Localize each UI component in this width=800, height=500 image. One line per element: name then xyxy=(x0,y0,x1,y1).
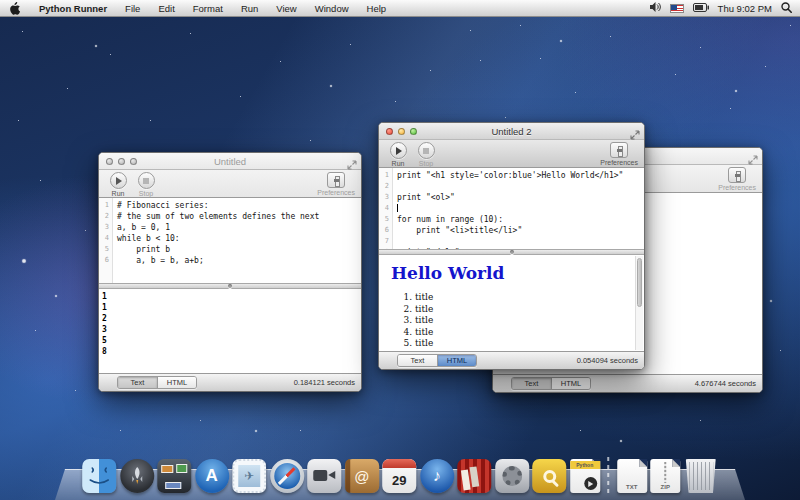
zoom-icon[interactable] xyxy=(410,128,417,135)
preferences-icon xyxy=(327,172,345,188)
resize-arrows-icon[interactable] xyxy=(347,156,357,166)
text-tab[interactable]: Text xyxy=(118,377,157,388)
menu-view[interactable]: View xyxy=(267,0,305,16)
code-editor[interactable]: 1print "<h1 style='color:blue'>Hello Wor… xyxy=(379,168,644,249)
preferences-icon xyxy=(728,167,746,183)
dock-finder-icon[interactable] xyxy=(82,459,116,493)
html-tab[interactable]: HTML xyxy=(437,355,476,366)
output-line: 8 xyxy=(102,346,361,357)
menu-help[interactable]: Help xyxy=(358,0,396,16)
app-store-glyph: A xyxy=(195,459,229,493)
music-note-glyph: ♪ xyxy=(420,459,454,493)
calendar-day: 29 xyxy=(382,468,416,493)
code-line xyxy=(392,236,397,247)
resize-arrows-icon[interactable] xyxy=(748,151,758,161)
line-number: 3 xyxy=(379,192,392,203)
minimize-icon[interactable] xyxy=(118,158,125,165)
list-item: title xyxy=(415,338,632,350)
dock-itunes-icon[interactable]: ♪ xyxy=(420,459,454,493)
preferences-button[interactable]: Preferences xyxy=(600,142,638,166)
dock-ical-icon[interactable]: 29 xyxy=(382,459,416,493)
list-item: title xyxy=(415,350,632,351)
dock-launchpad-icon[interactable] xyxy=(120,459,154,493)
list-item: title xyxy=(415,315,632,327)
stop-icon xyxy=(418,142,435,159)
text-tab[interactable]: Text xyxy=(512,378,551,389)
minimize-icon[interactable] xyxy=(398,128,405,135)
stop-button[interactable]: Stop xyxy=(133,172,159,197)
dock-mission-control-icon[interactable] xyxy=(157,459,191,493)
menu-window[interactable]: Window xyxy=(306,0,358,16)
line-number: 4 xyxy=(379,203,392,214)
preferences-icon xyxy=(610,142,628,158)
window-untitled: Untitled Run Stop Preferences 1# Fibonac… xyxy=(98,152,362,392)
list-item: title xyxy=(415,292,632,304)
html-tab[interactable]: HTML xyxy=(157,377,196,388)
dock-photo-booth-icon[interactable] xyxy=(457,459,491,493)
dock-mail-icon[interactable]: ✈ xyxy=(232,459,266,493)
line-number: 5 xyxy=(99,244,112,255)
line-number: 5 xyxy=(379,214,392,225)
dock-address-book-icon[interactable]: @ xyxy=(345,459,379,493)
html-tab[interactable]: HTML xyxy=(551,378,590,389)
spotlight-icon[interactable] xyxy=(781,2,792,15)
traffic-lights xyxy=(386,128,417,135)
code-line xyxy=(392,181,397,192)
output-mode-segmented-control: Text HTML xyxy=(511,377,591,390)
code-line: for num in range (10): xyxy=(392,214,503,225)
run-button[interactable]: Run xyxy=(385,142,411,167)
left-window-title-bar[interactable]: Untitled xyxy=(99,153,361,170)
menu-run[interactable]: Run xyxy=(232,0,267,16)
preferences-label: Preferences xyxy=(317,189,355,196)
dock-search-utility-icon[interactable] xyxy=(532,459,566,493)
run-button[interactable]: Run xyxy=(105,172,131,197)
list-item: title xyxy=(415,327,632,339)
execution-time: 0.184121 seconds xyxy=(294,378,355,387)
input-language-flag-icon[interactable] xyxy=(670,4,684,13)
code-editor[interactable]: 1# Fibonacci series: 2# the sum of two e… xyxy=(99,198,361,283)
battery-icon[interactable] xyxy=(693,3,709,14)
menu-format[interactable]: Format xyxy=(184,0,232,16)
dock-app-store-icon[interactable]: A xyxy=(195,459,229,493)
preferences-button[interactable]: Preferences xyxy=(317,172,355,196)
dock-txt-file-icon[interactable]: TXT xyxy=(617,459,647,493)
volume-icon[interactable] xyxy=(650,2,661,14)
menu-file[interactable]: File xyxy=(116,0,149,16)
dock-zip-file-icon[interactable]: ZIP xyxy=(650,459,680,493)
line-number: 3 xyxy=(99,222,112,233)
run-label: Run xyxy=(112,190,125,197)
stop-button[interactable]: Stop xyxy=(413,142,439,167)
close-icon[interactable] xyxy=(106,158,113,165)
code-line: # Fibonacci series: xyxy=(112,200,209,211)
pane-splitter[interactable] xyxy=(99,283,361,289)
line-number: 2 xyxy=(379,181,392,192)
output-line: 5 xyxy=(102,335,361,346)
dock-python-runner-icon[interactable]: Python xyxy=(570,459,600,493)
line-number: 1 xyxy=(99,200,112,211)
apple-menu-icon[interactable] xyxy=(9,2,20,15)
scrollbar-thumb[interactable] xyxy=(637,258,642,307)
scrollbar-track[interactable] xyxy=(635,256,643,350)
code-line: a, b = b, a+b; xyxy=(112,255,204,266)
front-window-title-bar[interactable]: Untitled 2 xyxy=(379,123,644,140)
text-tab[interactable]: Text xyxy=(398,355,437,366)
stop-label: Stop xyxy=(419,160,433,167)
code-line: print "<ol>" xyxy=(392,192,455,203)
menu-clock[interactable]: Thu 9:02 PM xyxy=(718,3,772,14)
dock-trash-icon[interactable] xyxy=(684,459,718,493)
dock-system-preferences-icon[interactable] xyxy=(495,459,529,493)
play-icon xyxy=(110,172,127,189)
window-title: Untitled 2 xyxy=(379,126,644,137)
dock-facetime-icon[interactable] xyxy=(307,459,341,493)
dock-safari-icon[interactable] xyxy=(270,459,304,493)
stop-label: Stop xyxy=(139,190,153,197)
stop-icon xyxy=(138,172,155,189)
preferences-button[interactable]: Preferences xyxy=(718,167,756,191)
menu-app-name[interactable]: Python Runner xyxy=(30,0,116,16)
resize-arrows-icon[interactable] xyxy=(630,126,640,136)
close-icon[interactable] xyxy=(386,128,393,135)
text-output: 1 1 2 3 5 8 xyxy=(99,289,361,374)
zoom-icon[interactable] xyxy=(130,158,137,165)
menu-edit[interactable]: Edit xyxy=(149,0,183,16)
execution-time: 0.054094 seconds xyxy=(577,356,638,365)
